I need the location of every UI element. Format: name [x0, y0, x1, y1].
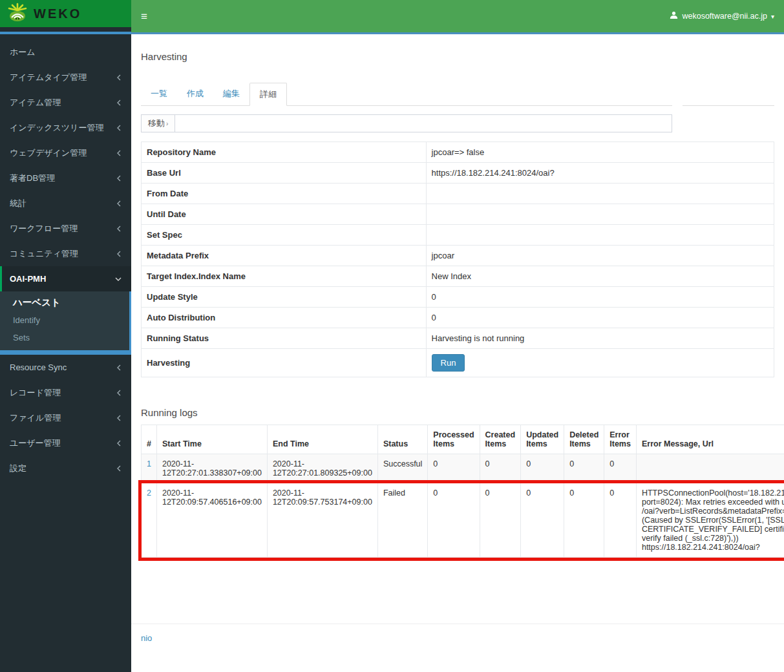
submenu-item-label: Sets [13, 333, 30, 342]
log-status: Successful [377, 454, 427, 483]
chevron-left-icon [116, 415, 122, 421]
chevron-left-icon [116, 150, 122, 156]
detail-label: Auto Distribution [142, 308, 427, 328]
log-error-items: 0 [604, 454, 637, 483]
log-processed: 0 [428, 483, 480, 558]
chevron-left-icon [116, 200, 122, 207]
submenu-item-sets[interactable]: Sets [0, 329, 129, 346]
go-button[interactable]: 移動 › [141, 114, 175, 132]
table-row: Running Status Harvesting is not running [142, 328, 774, 349]
run-button[interactable]: Run [432, 354, 465, 372]
detail-value [426, 184, 774, 204]
sidebar-item-resource-sync[interactable]: Resource Sync [0, 355, 131, 380]
chevron-left-icon [116, 175, 122, 182]
detail-value [426, 204, 774, 225]
sidebar-item-file-mgmt[interactable]: ファイル管理 [0, 405, 131, 430]
chevron-left-icon [116, 100, 122, 106]
detail-label: Set Spec [142, 225, 427, 246]
user-menu[interactable]: wekosoftware@nii.ac.jp ▾ [670, 11, 774, 21]
log-error-message [636, 454, 784, 483]
log-processed: 0 [428, 454, 480, 483]
submenu-item-identify[interactable]: Identify [0, 311, 129, 329]
tab-edit[interactable]: 編集 [213, 83, 249, 105]
detail-value [426, 225, 774, 246]
log-updated: 0 [521, 454, 564, 483]
sidebar-item-label: ウェブデザイン管理 [10, 148, 87, 158]
logs-header-row: # Start Time End Time Status Processed I… [142, 425, 784, 454]
sidebar-menu: ホーム アイテムタイプ管理 アイテム管理 インデックスツリー管理 ウェブデザイン… [0, 34, 131, 481]
log-deleted: 0 [564, 483, 604, 558]
sidebar-item-label: ホーム [10, 47, 36, 57]
detail-value: jpcoar [426, 246, 774, 266]
sidebar-item-authordb-mgmt[interactable]: 著者DB管理 [0, 165, 131, 191]
detail-value: https://18.182.214.241:8024/oai? [426, 163, 774, 184]
sidebar-item-label: 著者DB管理 [10, 173, 55, 183]
log-status: Failed [377, 483, 427, 558]
col-error-items: Error Items [604, 425, 637, 454]
table-row: Harvesting Run [142, 349, 774, 377]
chevron-left-icon [116, 74, 122, 81]
go-target-input[interactable] [175, 114, 672, 132]
running-logs-title: Running logs [141, 407, 774, 418]
sidebar-item-itemtype-mgmt[interactable]: アイテムタイプ管理 [0, 65, 131, 90]
logo-gap [0, 27, 131, 32]
detail-label: Running Status [142, 328, 427, 349]
sidebar-item-settings[interactable]: 設定 [0, 456, 131, 481]
sidebar-item-indextree-mgmt[interactable]: インデックスツリー管理 [0, 115, 131, 140]
detail-label: Repository Name [142, 142, 427, 163]
log-row-2-highlighted: 2 2020-11-12T20:09:57.406516+09:00 2020-… [142, 483, 784, 558]
sidebar-item-user-mgmt[interactable]: ユーザー管理 [0, 430, 131, 456]
tab-list[interactable]: 一覧 [141, 83, 177, 105]
submenu-item-harvest[interactable]: ハーベスト [0, 294, 129, 311]
sidebar-item-community-mgmt[interactable]: コミュニティ管理 [0, 241, 131, 266]
log-error-items: 0 [604, 483, 637, 558]
log-number-link[interactable]: 1 [147, 459, 151, 468]
detail-label: Target Index.Index Name [142, 266, 427, 287]
col-start-time: Start Time [156, 425, 267, 454]
sidebar-item-webdesign-mgmt[interactable]: ウェブデザイン管理 [0, 140, 131, 165]
submenu-item-label: Identify [13, 315, 40, 325]
weko-logo[interactable]: WEKO [0, 0, 131, 27]
page-title: Harvesting [141, 51, 774, 62]
chevron-left-icon [116, 465, 122, 472]
submenu-item-label: ハーベスト [13, 297, 61, 308]
col-processed-items: Processed Items [428, 425, 480, 454]
user-icon [670, 11, 678, 21]
detail-value: 0 [426, 308, 774, 328]
chevron-left-icon [116, 125, 122, 131]
main-content: Harvesting 一覧 作成 編集 詳細 移動 › Repository N… [131, 51, 784, 651]
sidebar-item-label: アイテム管理 [10, 98, 61, 107]
log-error-message: HTTPSConnectionPool(host='18.182.214.241… [636, 483, 784, 558]
log-deleted: 0 [564, 454, 604, 483]
sidebar-item-label: ワークフロー管理 [10, 224, 78, 233]
sidebar-item-item-mgmt[interactable]: アイテム管理 [0, 90, 131, 115]
tab-bar: 一覧 作成 編集 詳細 [141, 83, 774, 106]
tab-detail[interactable]: 詳細 [249, 83, 287, 106]
sidebar-item-workflow-mgmt[interactable]: ワークフロー管理 [0, 216, 131, 241]
col-end-time: End Time [267, 425, 377, 454]
tab-create[interactable]: 作成 [177, 83, 213, 105]
chevron-left-icon [116, 226, 122, 232]
chevron-left-icon [116, 251, 122, 257]
detail-label: From Date [142, 184, 427, 204]
col-number: # [142, 425, 157, 454]
sidebar-item-label: ユーザー管理 [10, 438, 61, 448]
detail-label: Update Style [142, 287, 427, 308]
log-created: 0 [480, 483, 521, 558]
detail-label: Base Url [142, 163, 427, 184]
table-row: Update Style 0 [142, 287, 774, 308]
log-created: 0 [480, 454, 521, 483]
sidebar-item-statistics[interactable]: 統計 [0, 191, 131, 216]
log-number-link[interactable]: 2 [147, 488, 151, 498]
log-start-time: 2020-11-12T20:09:57.406516+09:00 [156, 483, 267, 558]
chevron-left-icon [116, 440, 122, 446]
sidebar-toggle-icon[interactable]: ≡ [141, 11, 147, 22]
sidebar-item-record-mgmt[interactable]: レコード管理 [0, 380, 131, 405]
sidebar-item-home[interactable]: ホーム [0, 39, 131, 65]
col-updated-items: Updated Items [521, 425, 564, 454]
log-end-time: 2020-11-12T20:09:57.753174+09:00 [267, 483, 377, 558]
col-deleted-items: Deleted Items [564, 425, 604, 454]
go-input-group: 移動 › [141, 114, 672, 132]
sidebar-item-oai-pmh[interactable]: OAI-PMH [0, 266, 131, 291]
footer-link[interactable]: nio [141, 633, 152, 643]
